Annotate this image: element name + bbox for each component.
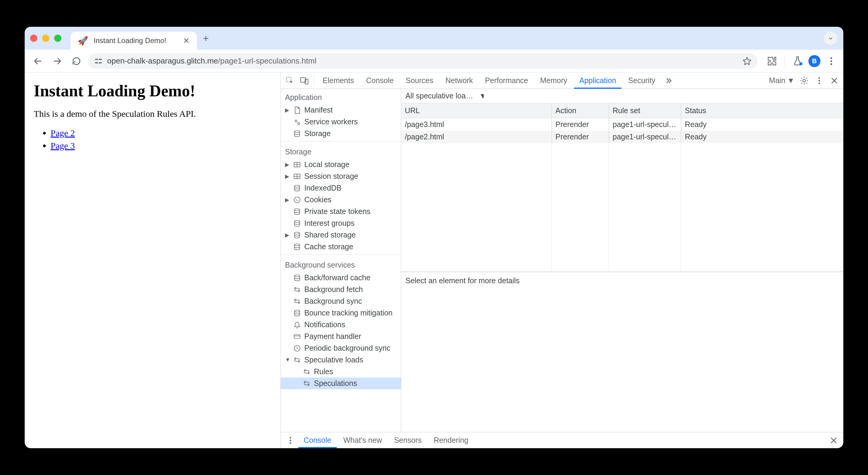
forward-button[interactable] bbox=[49, 53, 65, 69]
sidebar-item[interactable]: Cache storage bbox=[281, 241, 401, 253]
application-sidebar: Application▶ManifestService workersStora… bbox=[281, 89, 401, 432]
page-link[interactable]: Page 3 bbox=[51, 141, 75, 150]
caret-icon: ▼ bbox=[285, 357, 290, 363]
clock-icon bbox=[293, 344, 301, 353]
svg-rect-2 bbox=[95, 62, 98, 63]
sidebar-item-label: Local storage bbox=[304, 160, 349, 169]
profile-avatar[interactable]: B bbox=[808, 55, 820, 67]
devtools-menu[interactable] bbox=[813, 74, 826, 87]
chrome-menu[interactable] bbox=[825, 55, 838, 68]
tab-security[interactable]: Security bbox=[623, 72, 661, 89]
close-icon[interactable]: ✕ bbox=[183, 36, 190, 46]
devtools-settings[interactable] bbox=[798, 74, 811, 87]
reload-button[interactable] bbox=[69, 53, 84, 69]
inspect-button[interactable] bbox=[283, 74, 297, 87]
tabs-dropdown[interactable] bbox=[824, 32, 837, 45]
device-toggle[interactable] bbox=[298, 74, 311, 87]
tab-application[interactable]: Application bbox=[574, 72, 621, 89]
sidebar-item[interactable]: Notifications bbox=[281, 319, 401, 330]
site-settings-icon[interactable] bbox=[94, 57, 103, 66]
back-button[interactable] bbox=[30, 53, 46, 69]
tab-elements[interactable]: Elements bbox=[317, 72, 359, 89]
svg-point-12 bbox=[819, 80, 820, 81]
sidebar-item[interactable]: Bounce tracking mitigation bbox=[281, 307, 401, 319]
sidebar-item-label: Payment handler bbox=[304, 332, 361, 341]
drawer-tab-console[interactable]: Console bbox=[298, 432, 337, 448]
devtools-drawer: Console What's new Sensors Rendering bbox=[281, 432, 843, 448]
sidebar-item[interactable]: IndexedDB bbox=[281, 182, 401, 194]
details-placeholder: Select an element for more details bbox=[405, 276, 520, 285]
drawer-close[interactable] bbox=[827, 434, 840, 447]
extensions-button[interactable] bbox=[765, 55, 779, 68]
window-maximize[interactable] bbox=[54, 35, 61, 42]
drawer-tab-whatsnew[interactable]: What's new bbox=[338, 432, 388, 448]
sidebar-item[interactable]: Background fetch bbox=[281, 284, 401, 295]
svg-point-32 bbox=[290, 437, 291, 438]
drawer-tab-sensors[interactable]: Sensors bbox=[389, 432, 427, 448]
table-row[interactable]: /page2.htmlPrerenderpage1-url-specul…Rea… bbox=[401, 131, 843, 143]
sidebar-item[interactable]: Rules bbox=[281, 366, 401, 378]
sidebar-item-label: Bounce tracking mitigation bbox=[304, 308, 393, 317]
sidebar-item[interactable]: ▶Manifest bbox=[281, 104, 401, 116]
bookmark-star-icon[interactable] bbox=[743, 57, 751, 66]
sidebar-item[interactable]: Speculations bbox=[281, 378, 401, 389]
tab-sources[interactable]: Sources bbox=[400, 72, 439, 89]
filter-dropdown[interactable]: All speculative loa… ▼ bbox=[405, 91, 484, 100]
sidebar-item[interactable]: Payment handler bbox=[281, 330, 401, 342]
sidebar-item[interactable]: ▶Local storage bbox=[281, 159, 401, 170]
address-bar[interactable]: open-chalk-asparagus.glitch.me/page1-url… bbox=[88, 53, 757, 69]
puzzle-icon bbox=[767, 56, 777, 66]
experiments-button[interactable] bbox=[791, 55, 804, 68]
svg-point-26 bbox=[294, 232, 300, 234]
page-link-list: Page 2 Page 3 bbox=[34, 127, 272, 152]
tab-performance[interactable]: Performance bbox=[479, 72, 533, 89]
tab-network[interactable]: Network bbox=[440, 72, 478, 89]
tab-memory[interactable]: Memory bbox=[534, 72, 572, 89]
sidebar-item[interactable]: ▶Session storage bbox=[281, 170, 401, 182]
col-ruleset[interactable]: Rule set bbox=[609, 103, 681, 118]
col-action[interactable]: Action bbox=[552, 103, 609, 118]
filter-label: All speculative loa… bbox=[405, 91, 473, 100]
svg-point-16 bbox=[294, 131, 300, 133]
window-minimize[interactable] bbox=[42, 35, 49, 42]
target-selector[interactable]: Main ▼ bbox=[764, 76, 796, 85]
speculations-table: URL Action Rule set Status /page3.htmlPr… bbox=[401, 103, 843, 143]
sidebar-item[interactable]: Periodic background sync bbox=[281, 342, 401, 354]
sidebar-item[interactable]: Storage bbox=[281, 128, 401, 139]
drawer-menu[interactable] bbox=[284, 434, 297, 447]
chevron-down-icon: ▼ bbox=[479, 91, 484, 100]
col-url[interactable]: URL bbox=[401, 103, 552, 118]
cell-ruleset: page1-url-specul… bbox=[609, 118, 681, 131]
cell-status: Ready bbox=[681, 118, 843, 131]
devtools-close[interactable] bbox=[828, 74, 841, 87]
sidebar-item[interactable]: Service workers bbox=[281, 116, 401, 128]
svg-rect-1 bbox=[99, 59, 102, 60]
application-detail: All speculative loa… ▼ bbox=[401, 89, 843, 432]
col-status[interactable]: Status bbox=[681, 103, 843, 118]
window-close[interactable] bbox=[30, 35, 37, 42]
sidebar-item[interactable]: Back/forward cache bbox=[281, 272, 401, 284]
sidebar-item[interactable]: Private state tokens bbox=[281, 206, 401, 217]
devtools-tabs: Elements Console Sources Network Perform… bbox=[281, 72, 843, 89]
new-tab-button[interactable]: + bbox=[203, 32, 209, 44]
toolbar-right: B bbox=[765, 55, 838, 68]
sidebar-item[interactable]: ▶Shared storage bbox=[281, 229, 401, 241]
table-row[interactable]: /page3.htmlPrerenderpage1-url-specul…Rea… bbox=[401, 118, 843, 131]
more-tabs[interactable] bbox=[662, 74, 675, 87]
sidebar-item[interactable]: ▶Cookies bbox=[281, 194, 401, 206]
sidebar-item[interactable]: Interest groups bbox=[281, 217, 401, 229]
caret-icon: ▶ bbox=[285, 161, 290, 168]
sidebar-group-title: Storage bbox=[281, 143, 401, 159]
devices-icon bbox=[300, 76, 309, 85]
svg-point-25 bbox=[294, 220, 300, 222]
sync-icon bbox=[293, 297, 301, 305]
inspect-icon bbox=[285, 76, 294, 85]
tab-console[interactable]: Console bbox=[361, 72, 399, 89]
svg-rect-30 bbox=[294, 334, 300, 338]
page-link[interactable]: Page 2 bbox=[51, 128, 75, 138]
browser-tab[interactable]: 🚀 Instant Loading Demo! ✕ bbox=[70, 32, 197, 50]
drawer-tab-rendering[interactable]: Rendering bbox=[428, 432, 474, 448]
cell-ruleset: page1-url-specul… bbox=[609, 131, 681, 143]
sidebar-item[interactable]: ▼Speculative loads bbox=[281, 354, 401, 366]
sidebar-item[interactable]: Background sync bbox=[281, 295, 401, 307]
